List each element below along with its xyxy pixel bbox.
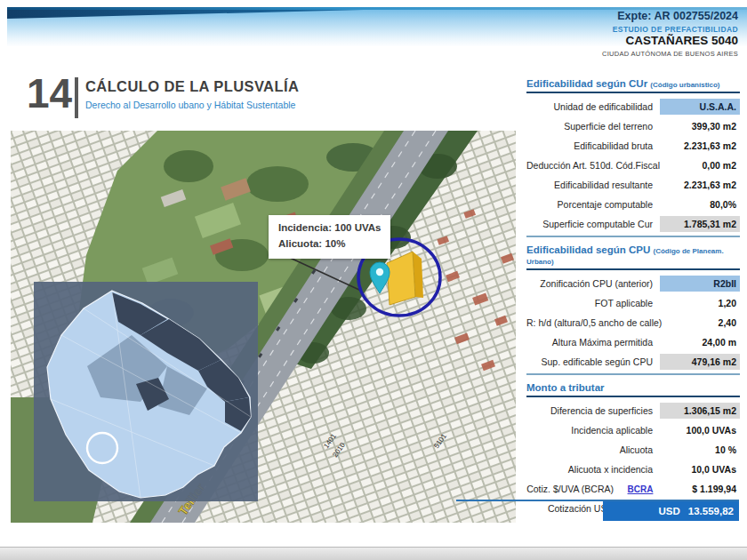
section-monto: Monto a tributar Diferencia de superfici…: [526, 380, 740, 518]
row-label: Unidad de edificabilidad: [526, 101, 660, 112]
table-row: Altura Máxima permitida 24,00 m: [526, 332, 740, 352]
row-label: Zonificación CPU (anterior): [526, 278, 660, 289]
row-label: Edificabilidad resultante: [526, 180, 660, 190]
row-label: Incidencia aplicable: [526, 425, 660, 436]
page-subtitle: Derecho al Desarrollo ubano y Hábitat Su…: [85, 100, 295, 110]
table-row: Sup. edificable según CPU 479,16 m2: [526, 352, 740, 372]
study-type-label: ESTUDIO DE PREFACTIBILIDAD: [613, 25, 738, 34]
row-value: 1,20: [660, 295, 740, 311]
row-label: Porcentaje computable: [526, 199, 660, 210]
city-incidencia-inset-map[interactable]: [34, 282, 258, 501]
row-value: 10,0 UVAs: [660, 461, 740, 477]
row-value: 0,00 m2: [667, 157, 740, 173]
row-label: Diferencia de superficies: [526, 405, 660, 416]
table-row: Alicuota x incidencia 10,0 UVAs: [526, 460, 740, 479]
city-label: CIUDAD AUTÓNOMA DE BUENOS AIRES: [602, 50, 738, 58]
table-row: Deducción Art. 510d. Cód.Fiscal 0,00 m2: [526, 156, 740, 175]
row-label: Superficie computable Cur: [526, 219, 660, 229]
row-value: R2bII: [660, 276, 740, 292]
row-value: 100,0 UVAs: [660, 422, 740, 438]
aerial-map[interactable]: Tellier 5101 1401 2010 Incidencia: 100 U…: [11, 131, 516, 523]
row-value: 80,0%: [660, 196, 740, 212]
row-label: Sup. edificable según CPU: [526, 356, 660, 367]
table-row: Diferencia de superficies 1.306,15 m2: [526, 401, 740, 420]
tooltip-alicuota: Alicuota: 10%: [278, 236, 381, 252]
table-row: R: h/d (altura/0,5 ancho de calle) 2,40: [526, 313, 740, 332]
row-label: Altura Máxima permitida: [526, 337, 660, 348]
row-label: Superficie del terreno: [526, 121, 660, 132]
section-cur: Edificabilidad según CUr (Código urbanís…: [526, 76, 740, 237]
table-row: Zonificación CPU (anterior) R2bII: [526, 274, 740, 293]
table-row: Cotiz. $/UVA (BCRA) BCRA $ 1.199,94: [526, 479, 740, 499]
row-value: 479,16 m2: [660, 354, 740, 370]
row-label: FOT aplicable: [526, 298, 660, 308]
section-cpu-title: Edificabilidad según CPU: [526, 244, 650, 255]
row-value: 399,30 m2: [660, 118, 740, 134]
table-row: Superficie computable Cur 1.785,31 m2: [526, 214, 740, 234]
row-label: Alicuota x incidencia: [526, 464, 660, 475]
row-value: 1.306,15 m2: [660, 403, 740, 419]
bcra-link[interactable]: BCRA: [621, 484, 660, 494]
row-label: R: h/d (altura/0,5 ancho de calle): [526, 317, 669, 328]
row-label: Edificabilidad bruta: [526, 140, 660, 151]
edificabilidad-panel: Edificabilidad según CUr (Código urbanís…: [526, 76, 740, 524]
table-row: Incidencia aplicable 100,0 UVAs: [526, 420, 740, 440]
inset-map-graphic: [34, 282, 258, 501]
table-row: Alicuota 10 %: [526, 440, 740, 460]
row-value: U.S.A.A.: [660, 99, 740, 115]
section-monto-header: Monto a tributar: [526, 380, 740, 397]
table-row: FOT aplicable 1,20: [526, 293, 740, 313]
total-amount: 13.559,82: [688, 506, 734, 516]
tooltip-incidencia: Incidencia: 100 UVAs: [278, 220, 381, 236]
row-value: 1.785,31 m2: [660, 216, 740, 232]
row-value: 2.231,63 m2: [660, 138, 740, 154]
section-cur-note: (Código urbanístico): [650, 81, 719, 89]
section-cpu-header: Edificabilidad según CPU (Código de Plan…: [526, 243, 740, 270]
window-bottom-bar: [0, 547, 747, 560]
row-value: 24,00 m: [660, 334, 740, 350]
section-cpu: Edificabilidad según CPU (Código de Plan…: [526, 243, 740, 375]
table-row: Edificabilidad resultante 2.231,63 m2: [526, 175, 740, 195]
row-value: 10 %: [660, 442, 740, 458]
page-title: CÁLCULO DE LA PLUSVALÍA: [85, 78, 299, 95]
row-value: 2,40: [669, 315, 740, 331]
row-value: $ 1.199,94: [660, 481, 740, 497]
report-page: Expte: AR 002755/2024 ESTUDIO DE PREFACT…: [0, 0, 747, 560]
section-cur-header: Edificabilidad según CUr (Código urbanís…: [526, 76, 740, 93]
title-divider: [75, 77, 78, 118]
row-label: Deducción Art. 510d. Cód.Fiscal: [526, 160, 667, 171]
section-monto-title: Monto a tributar: [526, 382, 605, 393]
total-usd-bar: USD 13.559,82: [603, 501, 739, 521]
row-label: Alicuota: [526, 444, 660, 455]
total-currency: USD: [659, 506, 680, 516]
property-address: CASTAÑARES 5040: [625, 34, 738, 47]
table-row: Unidad de edificabilidad U.S.A.A.: [526, 97, 740, 116]
row-label: Cotiz. $/UVA (BCRA): [526, 484, 621, 494]
section-cur-title: Edificabilidad según CUr: [526, 78, 647, 89]
section-number: 14: [27, 73, 72, 114]
row-value: 2.231,63 m2: [660, 177, 740, 193]
expediente-number: Expte: AR 002755/2024: [617, 10, 738, 22]
table-row: Superficie del terreno 399,30 m2: [526, 116, 740, 136]
table-row: Porcentaje computable 80,0%: [526, 195, 740, 214]
table-row: Edificabilidad bruta 2.231,63 m2: [526, 136, 740, 156]
incidencia-tooltip: Incidencia: 100 UVAs Alicuota: 10%: [269, 215, 390, 259]
